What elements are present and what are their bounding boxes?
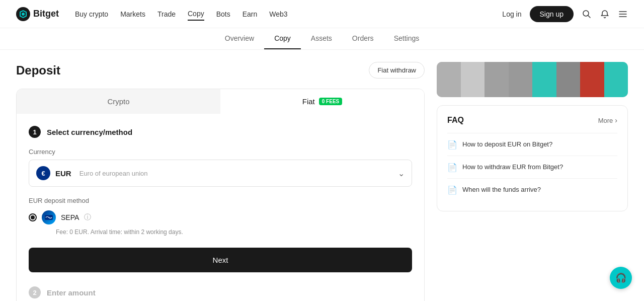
nav-left: Bitget Buy crypto Markets Trade Copy Bot… [16, 7, 288, 21]
faq-text-1: How to deposit EUR on Bitget? [462, 139, 552, 149]
svg-point-2 [583, 11, 589, 16]
signup-button[interactable]: Sign up [530, 6, 574, 22]
faq-more-label: More [598, 117, 613, 124]
left-panel: Deposit Fiat withdraw Crypto Fiat 0 FEES… [16, 62, 425, 301]
login-button[interactable]: Log in [502, 10, 521, 18]
fees-badge: 0 FEES [319, 98, 342, 105]
tab-settings[interactable]: Settings [384, 28, 430, 49]
currency-select[interactable]: € EUR Euro of european union ⌄ [29, 160, 412, 187]
banner-image [437, 62, 628, 97]
banner-block-6 [556, 62, 581, 97]
nav-right: Log in Sign up [502, 6, 628, 22]
currency-desc: Euro of european union [79, 170, 148, 177]
banner-block-2 [461, 62, 485, 97]
faq-more-chevron-icon: › [615, 116, 617, 124]
nav-trade[interactable]: Trade [157, 8, 176, 20]
step-2-number: 2 [29, 286, 41, 298]
nav-copy[interactable]: Copy [188, 8, 204, 21]
deposit-tabs: Crypto Fiat 0 FEES [17, 89, 424, 114]
main-content: Deposit Fiat withdraw Crypto Fiat 0 FEES… [0, 50, 644, 301]
bitget-logo-icon [16, 7, 30, 21]
faq-item-1[interactable]: 📄 How to deposit EUR on Bitget? [447, 133, 617, 156]
nav-web3[interactable]: Web3 [269, 8, 287, 20]
step-2-header: 2 Enter amount [29, 282, 412, 298]
nav-markets[interactable]: Markets [120, 8, 145, 20]
info-icon[interactable]: ⓘ [84, 213, 91, 222]
nav-bots[interactable]: Bots [216, 8, 230, 20]
faq-doc-icon-1: 📄 [447, 140, 457, 149]
fiat-withdraw-button[interactable]: Fiat withdraw [369, 62, 425, 79]
step-1-header: 1 Select currency/method [29, 126, 412, 138]
banner-block-5 [532, 62, 556, 97]
banner-block-3 [485, 62, 509, 97]
banner-block-8 [604, 62, 628, 97]
logo-text: Bitget [33, 9, 59, 19]
faq-more-link[interactable]: More › [598, 116, 617, 124]
method-fee: Fee: 0 EUR. Arrival time: within 2 worki… [56, 229, 412, 236]
faq-text-3: When will the funds arrive? [462, 185, 541, 195]
step-1-title: Select currency/method [47, 128, 132, 136]
page-title: Deposit [16, 63, 60, 78]
banner-block-7 [580, 62, 604, 97]
currency-name: EUR [55, 169, 71, 178]
fiat-tab-label: Fiat [302, 97, 315, 106]
tab-assets[interactable]: Assets [301, 28, 342, 49]
faq-card: FAQ More › 📄 How to deposit EUR on Bitge… [437, 105, 628, 211]
nav-logo[interactable]: Bitget [16, 7, 59, 21]
notification-icon[interactable] [600, 9, 610, 19]
nav-links: Buy crypto Markets Trade Copy Bots Earn … [75, 8, 288, 21]
deposit-card: Crypto Fiat 0 FEES 1 Select currency/met… [16, 89, 425, 301]
faq-text-2: How to withdraw EUR from Bitget? [462, 162, 563, 172]
faq-item-2[interactable]: 📄 How to withdraw EUR from Bitget? [447, 156, 617, 178]
deposit-tab-crypto[interactable]: Crypto [17, 89, 220, 114]
support-button[interactable]: 🎧 [610, 267, 632, 289]
faq-doc-icon-3: 📄 [447, 185, 457, 195]
banner-block-4 [509, 62, 533, 97]
tab-copy[interactable]: Copy [264, 28, 301, 49]
chevron-down-icon: ⌄ [398, 169, 405, 178]
deposit-tab-fiat-inner: Fiat 0 FEES [228, 97, 416, 106]
nav-earn[interactable]: Earn [243, 8, 258, 20]
headset-icon: 🎧 [615, 272, 626, 283]
tab-bar: Overview Copy Assets Orders Settings [0, 28, 644, 50]
page-header: Deposit Fiat withdraw [16, 62, 425, 79]
next-button[interactable]: Next [29, 248, 412, 272]
tab-orders[interactable]: Orders [342, 28, 384, 49]
method-label: EUR deposit method [29, 197, 412, 204]
tab-overview[interactable]: Overview [215, 28, 264, 49]
right-panel: FAQ More › 📄 How to deposit EUR on Bitge… [437, 62, 628, 301]
menu-icon[interactable] [618, 9, 628, 19]
step-1-number: 1 [29, 126, 41, 138]
currency-select-left: € EUR Euro of european union [36, 166, 148, 180]
method-option-sepa[interactable]: SEPA ⓘ [29, 210, 412, 224]
svg-point-1 [22, 13, 25, 16]
step-2-title: Enter amount [47, 288, 96, 297]
navbar: Bitget Buy crypto Markets Trade Copy Bot… [0, 0, 644, 28]
faq-item-3[interactable]: 📄 When will the funds arrive? [447, 178, 617, 201]
nav-buy-crypto[interactable]: Buy crypto [75, 8, 108, 20]
eur-icon: € [36, 166, 50, 180]
faq-title: FAQ [447, 116, 464, 125]
faq-header: FAQ More › [447, 116, 617, 125]
faq-doc-icon-2: 📄 [447, 163, 457, 172]
deposit-body: 1 Select currency/method Currency € EUR … [17, 114, 424, 301]
currency-label: Currency [29, 148, 412, 156]
deposit-tab-fiat[interactable]: Fiat 0 FEES [220, 89, 424, 114]
method-name: SEPA [61, 213, 79, 221]
sepa-radio[interactable] [29, 213, 37, 221]
sepa-radio-inner [31, 215, 35, 219]
banner-block-1 [437, 62, 461, 97]
sepa-icon [42, 210, 56, 224]
search-icon[interactable] [582, 9, 592, 19]
